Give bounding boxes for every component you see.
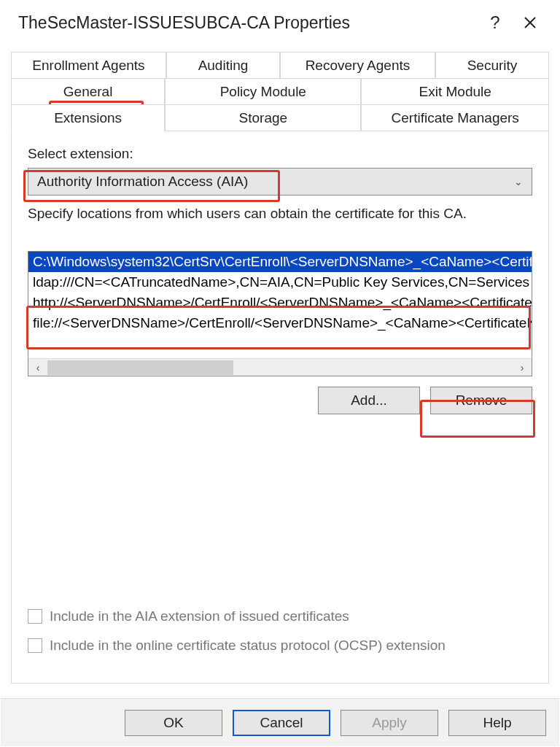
apply-button[interactable]: Apply [341, 710, 438, 736]
location-row[interactable]: file://<ServerDNSName>/CertEnroll/<Serve… [28, 313, 532, 333]
help-icon[interactable]: ? [478, 5, 513, 40]
checkbox-icon [28, 609, 42, 624]
tab-auditing[interactable]: Auditing [166, 52, 280, 78]
help-button[interactable]: Help [448, 710, 546, 736]
extension-dropdown-value: Authority Information Access (AIA) [37, 174, 248, 190]
location-row[interactable]: http://<ServerDNSName>/CertEnroll/<Serve… [28, 293, 532, 313]
tab-extensions[interactable]: Extensions [11, 104, 165, 131]
checkbox-icon [28, 638, 42, 653]
tab-recovery-agents[interactable]: Recovery Agents [280, 52, 435, 78]
include-aia-label: Include in the AIA extension of issued c… [50, 608, 349, 624]
ok-button[interactable]: OK [125, 710, 222, 736]
locations-rows: C:\Windows\system32\CertSrv\CertEnroll\<… [28, 252, 532, 358]
tab-strip: Enrollment Agents Auditing Recovery Agen… [11, 52, 549, 684]
horizontal-scrollbar[interactable]: ‹ › [28, 358, 532, 376]
location-row[interactable]: C:\Windows\system32\CertSrv\CertEnroll\<… [28, 252, 532, 272]
titlebar: TheSecMaster-ISSUESUBCA-CA Properties ? [1, 1, 559, 44]
locations-listbox[interactable]: C:\Windows\system32\CertSrv\CertEnroll\<… [28, 251, 532, 376]
tab-policy-module[interactable]: Policy Module [165, 78, 361, 104]
add-button[interactable]: Add... [318, 387, 420, 414]
extension-dropdown[interactable]: Authority Information Access (AIA) ⌄ [28, 168, 532, 196]
chevron-down-icon: ⌄ [514, 176, 523, 187]
scroll-track[interactable] [47, 359, 513, 376]
tab-exit-module[interactable]: Exit Module [361, 78, 549, 104]
scroll-right-icon[interactable]: › [513, 359, 532, 376]
cancel-button[interactable]: Cancel [233, 710, 330, 736]
include-aia-checkbox[interactable]: Include in the AIA extension of issued c… [28, 608, 446, 624]
tab-certificate-managers[interactable]: Certificate Managers [361, 104, 549, 131]
close-icon[interactable] [513, 5, 548, 40]
location-row[interactable]: ldap:///CN=<CATruncatedName>,CN=AIA,CN=P… [28, 272, 532, 293]
properties-dialog: TheSecMaster-ISSUESUBCA-CA Properties ? … [0, 0, 560, 747]
include-ocsp-label: Include in the online certificate status… [50, 638, 446, 654]
tab-storage[interactable]: Storage [165, 104, 361, 131]
tab-security[interactable]: Security [435, 52, 549, 78]
select-extension-label: Select extension: [28, 146, 532, 162]
dialog-button-row: OK Cancel Apply Help [1, 698, 559, 746]
remove-button[interactable]: Remove [430, 387, 532, 414]
dialog-title: TheSecMaster-ISSUESUBCA-CA Properties [18, 13, 478, 33]
scroll-thumb[interactable] [47, 360, 233, 375]
tab-panel-extensions: Select extension: Authority Information … [11, 131, 549, 684]
scroll-left-icon[interactable]: ‹ [28, 359, 47, 376]
include-ocsp-checkbox[interactable]: Include in the online certificate status… [28, 638, 446, 654]
tab-general[interactable]: General [11, 78, 165, 104]
tab-enrollment-agents[interactable]: Enrollment Agents [11, 52, 166, 78]
extension-description: Specify locations from which users can o… [28, 206, 532, 222]
